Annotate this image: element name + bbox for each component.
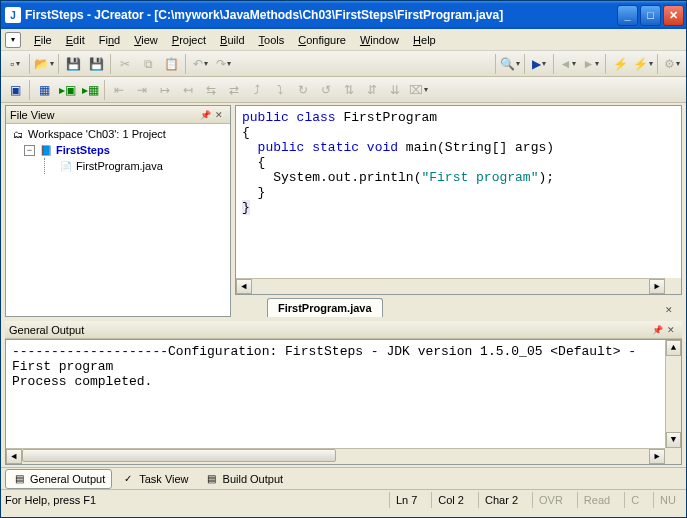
menu-window[interactable]: Window: [353, 32, 406, 48]
minimize-button[interactable]: _: [617, 5, 638, 26]
close-button[interactable]: ✕: [663, 5, 684, 26]
t2-b6[interactable]: ⇄: [223, 79, 245, 101]
output-title: General Output: [9, 324, 84, 336]
save-all-button[interactable]: 💾: [85, 53, 107, 75]
java-file-icon: 📄: [58, 159, 73, 173]
status-help: For Help, press F1: [5, 494, 96, 506]
t2-b9[interactable]: ↻: [292, 79, 314, 101]
window-title: FirstSteps - JCreator - [C:\mywork\JavaM…: [25, 8, 617, 22]
execute-project-button[interactable]: ▸▦: [79, 79, 101, 101]
nav-fwd-button[interactable]: ►▾: [580, 53, 602, 75]
cut-button[interactable]: ✂: [114, 53, 136, 75]
output-pin-icon[interactable]: 📌: [650, 323, 664, 337]
app-icon: J: [5, 7, 21, 23]
status-col: Col 2: [431, 492, 470, 508]
open-button[interactable]: 📂▾: [33, 53, 55, 75]
status-cap: C: [624, 492, 645, 508]
bolt1-button[interactable]: ⚡: [609, 53, 631, 75]
output-header: General Output 📌 ✕: [5, 321, 682, 339]
output-text[interactable]: --------------------Configuration: First…: [5, 339, 682, 465]
titlebar: J FirstSteps - JCreator - [C:\mywork\Jav…: [1, 1, 686, 29]
execute-file-button[interactable]: ▸▣: [56, 79, 78, 101]
task-tab-icon: ✓: [121, 472, 135, 486]
t2-b13[interactable]: ⇊: [384, 79, 406, 101]
t2-b3[interactable]: ↦: [154, 79, 176, 101]
scroll-right-icon[interactable]: ►: [649, 449, 665, 464]
t2-b11[interactable]: ⇅: [338, 79, 360, 101]
nav-back-button[interactable]: ◄▾: [557, 53, 579, 75]
maximize-button[interactable]: □: [640, 5, 661, 26]
scroll-thumb[interactable]: [22, 449, 336, 462]
pin-icon[interactable]: 📌: [198, 108, 212, 122]
status-ovr: OVR: [532, 492, 569, 508]
run-button[interactable]: ▶▾: [528, 53, 550, 75]
output-line: --------------------Configuration: First…: [12, 344, 675, 359]
output-close-button[interactable]: ✕: [664, 323, 678, 337]
project-label[interactable]: FirstSteps: [56, 144, 110, 156]
collapse-icon[interactable]: −: [24, 145, 35, 156]
menu-find[interactable]: Find: [92, 32, 127, 48]
menu-view[interactable]: View: [127, 32, 165, 48]
t2-b14[interactable]: ⌧▾: [407, 79, 429, 101]
scroll-down-icon[interactable]: ▼: [666, 432, 681, 448]
t2-b5[interactable]: ⇆: [200, 79, 222, 101]
panel-close-button[interactable]: ✕: [212, 108, 226, 122]
tree-project[interactable]: − 📘 FirstSteps: [8, 142, 228, 158]
menu-build[interactable]: Build: [213, 32, 251, 48]
tab-task-view[interactable]: ✓ Task View: [114, 469, 195, 489]
menu-file[interactable]: File: [27, 32, 59, 48]
status-char: Char 2: [478, 492, 524, 508]
new-file-button[interactable]: ▫▾: [4, 53, 26, 75]
project-icon: 📘: [38, 143, 53, 157]
status-num: NU: [653, 492, 682, 508]
compile-project-button[interactable]: ▦: [33, 79, 55, 101]
output-hscroll[interactable]: ◄ ►: [6, 448, 665, 464]
scroll-left-icon[interactable]: ◄: [236, 279, 252, 294]
scroll-right-icon[interactable]: ►: [649, 279, 665, 294]
t2-b2[interactable]: ⇥: [131, 79, 153, 101]
editor-hscroll[interactable]: ◄ ►: [236, 278, 665, 294]
copy-button[interactable]: ⧉: [137, 53, 159, 75]
scroll-left-icon[interactable]: ◄: [6, 449, 22, 464]
file-view-panel: File View 📌 ✕ 🗂 Workspace 'Ch03': 1 Proj…: [5, 105, 231, 317]
t2-b4[interactable]: ↤: [177, 79, 199, 101]
t2-b7[interactable]: ⤴: [246, 79, 268, 101]
tree-workspace[interactable]: 🗂 Workspace 'Ch03': 1 Project: [8, 126, 228, 142]
scroll-up-icon[interactable]: ▲: [666, 340, 681, 356]
t2-b10[interactable]: ↺: [315, 79, 337, 101]
tree-file[interactable]: 📄 FirstProgram.java: [8, 158, 228, 174]
file-label[interactable]: FirstProgram.java: [76, 160, 163, 172]
t2-b1[interactable]: ⇤: [108, 79, 130, 101]
editor-tabs: FirstProgram.java ✕: [235, 295, 682, 317]
workspace-label[interactable]: Workspace 'Ch03': 1 Project: [28, 128, 166, 140]
t2-b12[interactable]: ⇵: [361, 79, 383, 101]
t2-b8[interactable]: ⤵: [269, 79, 291, 101]
menu-configure[interactable]: Configure: [291, 32, 353, 48]
system-menu-icon[interactable]: ▾: [5, 32, 21, 48]
redo-button[interactable]: ↷▾: [212, 53, 234, 75]
code-editor[interactable]: public class FirstProgram { public stati…: [235, 105, 682, 295]
bolt2-button[interactable]: ⚡▾: [632, 53, 654, 75]
file-tree[interactable]: 🗂 Workspace 'Ch03': 1 Project − 📘 FirstS…: [6, 124, 230, 316]
file-view-title: File View: [10, 109, 54, 121]
menubar: ▾ File Edit Find View Project Build Tool…: [1, 29, 686, 51]
status-line: Ln 7: [389, 492, 423, 508]
paste-button[interactable]: 📋: [160, 53, 182, 75]
config-button[interactable]: ⚙▾: [661, 53, 683, 75]
output-tabs: ▤ General Output ✓ Task View ▤ Build Out…: [1, 467, 686, 489]
menu-edit[interactable]: Edit: [59, 32, 92, 48]
tab-general-output[interactable]: ▤ General Output: [5, 469, 112, 489]
menu-tools[interactable]: Tools: [252, 32, 292, 48]
compile-file-button[interactable]: ▣: [4, 79, 26, 101]
find-button[interactable]: 🔍▾: [499, 53, 521, 75]
tab-build-output[interactable]: ▤ Build Output: [198, 469, 291, 489]
undo-button[interactable]: ↶▾: [189, 53, 211, 75]
editor-close-button[interactable]: ✕: [662, 303, 676, 317]
menu-help[interactable]: Help: [406, 32, 443, 48]
output-vscroll[interactable]: ▲ ▼: [665, 340, 681, 448]
menu-project[interactable]: Project: [165, 32, 213, 48]
editor-tab-firstprogram[interactable]: FirstProgram.java: [267, 298, 383, 317]
statusbar: For Help, press F1 Ln 7 Col 2 Char 2 OVR…: [1, 489, 686, 509]
save-button[interactable]: 💾: [62, 53, 84, 75]
toolbar-main: ▫▾ 📂▾ 💾 💾 ✂ ⧉ 📋 ↶▾ ↷▾ 🔍▾ ▶▾ ◄▾ ►▾ ⚡ ⚡▾ ⚙…: [1, 51, 686, 77]
